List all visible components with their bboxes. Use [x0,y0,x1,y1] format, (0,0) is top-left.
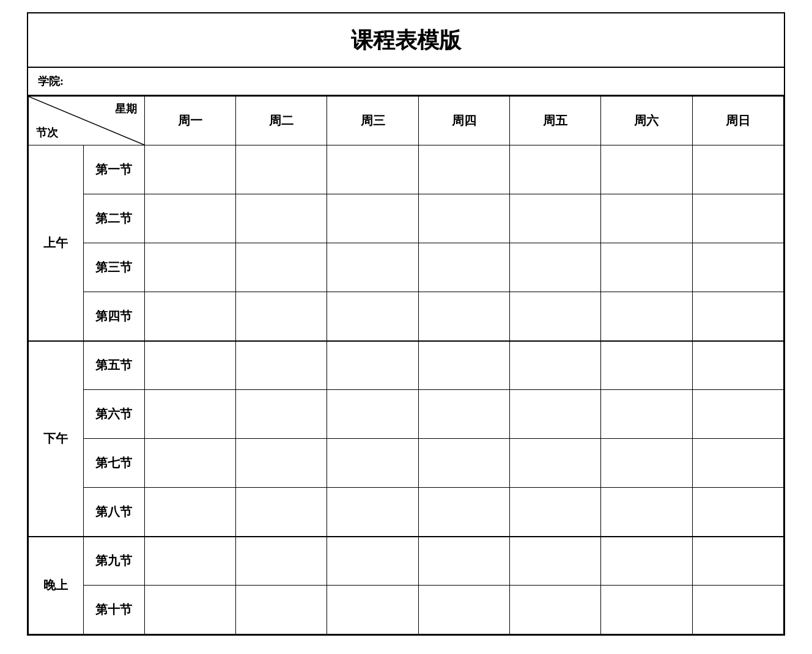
cell-1-1-3 [418,390,509,439]
day-thu: 周四 [418,97,509,145]
cell-0-2-3 [418,243,509,292]
cell-1-0-1 [236,341,327,390]
cell-1-2-3 [418,439,509,488]
table-row: 第十节 [29,586,784,634]
cell-1-2-0 [144,439,235,488]
cell-1-3-5 [601,488,692,537]
schedule-title: 课程表模版 [28,13,784,68]
cell-1-0-6 [692,341,783,390]
cell-0-1-4 [510,194,601,243]
cell-2-0-6 [692,537,783,586]
cell-0-1-2 [327,194,418,243]
table-row: 第三节 [29,243,784,292]
cell-1-3-3 [418,488,509,537]
college-label: 学院: [38,75,64,87]
cell-1-2-6 [692,439,783,488]
cell-1-3-4 [510,488,601,537]
cell-2-0-1 [236,537,327,586]
cell-2-1-3 [418,586,509,634]
cell-0-3-1 [236,292,327,341]
cell-1-0-3 [418,341,509,390]
cell-0-2-1 [236,243,327,292]
table-body: 上午第一节第二节第三节第四节下午第五节第六节第七节第八节晚上第九节第十节 [29,145,784,634]
cell-2-0-2 [327,537,418,586]
cell-0-1-3 [418,194,509,243]
cell-1-2-1 [236,439,327,488]
cell-0-1-1 [236,194,327,243]
table-row: 下午第五节 [29,341,784,390]
cell-1-2-2 [327,439,418,488]
cell-1-1-5 [601,390,692,439]
cell-0-3-5 [601,292,692,341]
cell-0-0-0 [144,145,235,194]
cell-2-1-1 [236,586,327,634]
corner-cell: 星期 节次 [29,97,145,145]
cell-1-1-2 [327,390,418,439]
cell-2-0-3 [418,537,509,586]
schedule-container: 课程表模版 学院: 星期 节次 周一 周二 周三 周四 周五 周六 周日 [27,12,785,636]
cell-1-3-2 [327,488,418,537]
cell-0-3-2 [327,292,418,341]
day-sat: 周六 [601,97,692,145]
day-sun: 周日 [692,97,783,145]
cell-1-2-5 [601,439,692,488]
cell-2-1-5 [601,586,692,634]
cell-1-1-0 [144,390,235,439]
college-row: 学院: [28,68,784,96]
table-row: 晚上第九节 [29,537,784,586]
cell-1-3-1 [236,488,327,537]
table-row: 第四节 [29,292,784,341]
period-name-1-1: 第六节 [83,390,144,439]
period-name-2-1: 第十节 [83,586,144,634]
cell-2-0-0 [144,537,235,586]
period-group-2: 晚上 [29,537,84,634]
cell-0-2-2 [327,243,418,292]
period-name-0-3: 第四节 [83,292,144,341]
table-row: 第二节 [29,194,784,243]
cell-0-0-2 [327,145,418,194]
cell-0-3-6 [692,292,783,341]
cell-0-2-4 [510,243,601,292]
cell-2-1-6 [692,586,783,634]
cell-1-2-4 [510,439,601,488]
cell-0-3-4 [510,292,601,341]
cell-0-1-6 [692,194,783,243]
schedule-table: 星期 节次 周一 周二 周三 周四 周五 周六 周日 上午第一节第二节第三节第四… [28,96,784,634]
cell-1-1-1 [236,390,327,439]
cell-0-1-0 [144,194,235,243]
cell-0-2-6 [692,243,783,292]
day-mon: 周一 [144,97,235,145]
period-name-2-0: 第九节 [83,537,144,586]
table-row: 第七节 [29,439,784,488]
table-row: 上午第一节 [29,145,784,194]
cell-1-0-0 [144,341,235,390]
cell-1-0-5 [601,341,692,390]
cell-2-1-4 [510,586,601,634]
period-name-0-0: 第一节 [83,145,144,194]
day-wed: 周三 [327,97,418,145]
day-fri: 周五 [510,97,601,145]
cell-2-1-0 [144,586,235,634]
period-name-1-0: 第五节 [83,341,144,390]
cell-1-0-2 [327,341,418,390]
corner-bottom-label: 节次 [36,125,58,140]
period-group-1: 下午 [29,341,84,537]
cell-1-1-6 [692,390,783,439]
period-name-0-1: 第二节 [83,194,144,243]
period-group-0: 上午 [29,145,84,341]
cell-0-0-3 [418,145,509,194]
day-tue: 周二 [236,97,327,145]
cell-1-3-6 [692,488,783,537]
header-row: 星期 节次 周一 周二 周三 周四 周五 周六 周日 [29,97,784,145]
cell-1-1-4 [510,390,601,439]
cell-1-0-4 [510,341,601,390]
cell-0-0-1 [236,145,327,194]
period-name-1-3: 第八节 [83,488,144,537]
period-name-1-2: 第七节 [83,439,144,488]
table-row: 第八节 [29,488,784,537]
cell-0-2-5 [601,243,692,292]
cell-0-0-6 [692,145,783,194]
cell-0-3-0 [144,292,235,341]
cell-0-2-0 [144,243,235,292]
cell-2-1-2 [327,586,418,634]
